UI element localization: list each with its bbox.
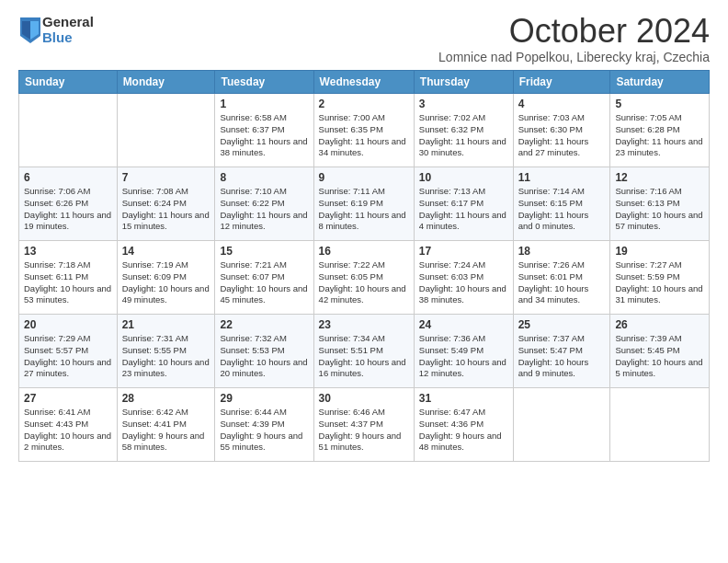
day-number: 24 [419, 318, 508, 331]
calendar-cell-w2-d6: 11Sunrise: 7:14 AM Sunset: 6:15 PM Dayli… [513, 167, 610, 241]
calendar-cell-w1-d4: 2Sunrise: 7:00 AM Sunset: 6:35 PM Daylig… [313, 94, 414, 167]
day-number: 19 [615, 245, 704, 258]
day-number: 17 [419, 245, 508, 258]
col-monday: Monday [117, 71, 215, 94]
day-detail: Sunrise: 7:26 AM Sunset: 6:01 PM Dayligh… [518, 259, 606, 306]
calendar-cell-w1-d2 [117, 94, 215, 167]
day-number: 25 [518, 318, 606, 331]
month-title: October 2024 [438, 15, 710, 48]
day-number: 28 [122, 392, 210, 405]
col-saturday: Saturday [610, 71, 710, 94]
week-row-5: 27Sunrise: 6:41 AM Sunset: 4:43 PM Dayli… [19, 388, 710, 462]
day-number: 20 [24, 318, 112, 331]
location: Lomnice nad Popelkou, Liberecky kraj, Cz… [438, 50, 710, 64]
calendar-cell-w5-d4: 30Sunrise: 6:46 AM Sunset: 4:37 PM Dayli… [313, 388, 414, 462]
week-row-2: 6Sunrise: 7:06 AM Sunset: 6:26 PM Daylig… [19, 167, 710, 241]
logo-text: General Blue [42, 15, 94, 45]
calendar-cell-w3-d2: 14Sunrise: 7:19 AM Sunset: 6:09 PM Dayli… [117, 241, 215, 315]
day-number: 29 [220, 392, 308, 405]
header: General Blue October 2024 Lomnice nad Po… [18, 15, 710, 64]
day-detail: Sunrise: 7:24 AM Sunset: 6:03 PM Dayligh… [419, 259, 508, 306]
day-number: 13 [24, 245, 112, 258]
calendar-cell-w2-d2: 7Sunrise: 7:08 AM Sunset: 6:24 PM Daylig… [117, 167, 215, 241]
day-number: 15 [220, 245, 308, 258]
title-block: October 2024 Lomnice nad Popelkou, Liber… [438, 15, 710, 64]
page: General Blue October 2024 Lomnice nad Po… [0, 0, 728, 471]
day-detail: Sunrise: 7:16 AM Sunset: 6:13 PM Dayligh… [615, 186, 704, 233]
day-detail: Sunrise: 7:22 AM Sunset: 6:05 PM Dayligh… [319, 259, 409, 306]
calendar-cell-w4-d1: 20Sunrise: 7:29 AM Sunset: 5:57 PM Dayli… [19, 315, 118, 388]
day-number: 22 [220, 318, 308, 331]
calendar-cell-w3-d4: 16Sunrise: 7:22 AM Sunset: 6:05 PM Dayli… [313, 241, 414, 315]
day-number: 10 [419, 171, 508, 184]
day-detail: Sunrise: 7:10 AM Sunset: 6:22 PM Dayligh… [220, 186, 308, 233]
col-friday: Friday [513, 71, 610, 94]
calendar-cell-w3-d3: 15Sunrise: 7:21 AM Sunset: 6:07 PM Dayli… [215, 241, 313, 315]
day-detail: Sunrise: 7:32 AM Sunset: 5:53 PM Dayligh… [220, 333, 308, 380]
calendar-cell-w4-d6: 25Sunrise: 7:37 AM Sunset: 5:47 PM Dayli… [513, 315, 610, 388]
day-number: 11 [518, 171, 606, 184]
logo: General Blue [18, 15, 94, 45]
day-detail: Sunrise: 6:41 AM Sunset: 4:43 PM Dayligh… [24, 407, 112, 454]
logo-icon [20, 17, 40, 43]
calendar-cell-w1-d7: 5Sunrise: 7:05 AM Sunset: 6:28 PM Daylig… [610, 94, 710, 167]
day-number: 5 [615, 98, 704, 110]
calendar-cell-w5-d6 [513, 388, 610, 462]
day-number: 6 [24, 171, 112, 184]
day-number: 27 [24, 392, 112, 405]
calendar-cell-w5-d7 [610, 388, 710, 462]
col-sunday: Sunday [19, 71, 118, 94]
col-tuesday: Tuesday [215, 71, 313, 94]
day-detail: Sunrise: 7:27 AM Sunset: 5:59 PM Dayligh… [615, 259, 704, 306]
day-number: 4 [518, 98, 606, 110]
day-number: 31 [419, 392, 508, 405]
day-detail: Sunrise: 7:31 AM Sunset: 5:55 PM Dayligh… [122, 333, 210, 380]
week-row-1: 1Sunrise: 6:58 AM Sunset: 6:37 PM Daylig… [19, 94, 710, 167]
calendar-cell-w1-d6: 4Sunrise: 7:03 AM Sunset: 6:30 PM Daylig… [513, 94, 610, 167]
calendar-cell-w1-d3: 1Sunrise: 6:58 AM Sunset: 6:37 PM Daylig… [215, 94, 313, 167]
day-detail: Sunrise: 7:06 AM Sunset: 6:26 PM Dayligh… [24, 186, 112, 233]
day-number: 23 [319, 318, 409, 331]
day-detail: Sunrise: 7:39 AM Sunset: 5:45 PM Dayligh… [615, 333, 704, 380]
day-number: 2 [319, 98, 409, 110]
week-row-3: 13Sunrise: 7:18 AM Sunset: 6:11 PM Dayli… [19, 241, 710, 315]
week-row-4: 20Sunrise: 7:29 AM Sunset: 5:57 PM Dayli… [19, 315, 710, 388]
day-number: 14 [122, 245, 210, 258]
day-number: 18 [518, 245, 606, 258]
calendar-cell-w2-d3: 8Sunrise: 7:10 AM Sunset: 6:22 PM Daylig… [215, 167, 313, 241]
day-number: 26 [615, 318, 704, 331]
day-detail: Sunrise: 7:05 AM Sunset: 6:28 PM Dayligh… [615, 112, 704, 159]
day-detail: Sunrise: 7:02 AM Sunset: 6:32 PM Dayligh… [419, 112, 508, 159]
day-number: 3 [419, 98, 508, 110]
day-detail: Sunrise: 7:18 AM Sunset: 6:11 PM Dayligh… [24, 259, 112, 306]
day-detail: Sunrise: 7:29 AM Sunset: 5:57 PM Dayligh… [24, 333, 112, 380]
calendar-cell-w1-d5: 3Sunrise: 7:02 AM Sunset: 6:32 PM Daylig… [414, 94, 513, 167]
calendar-cell-w5-d1: 27Sunrise: 6:41 AM Sunset: 4:43 PM Dayli… [19, 388, 118, 462]
day-detail: Sunrise: 7:08 AM Sunset: 6:24 PM Dayligh… [122, 186, 210, 233]
calendar-cell-w2-d7: 12Sunrise: 7:16 AM Sunset: 6:13 PM Dayli… [610, 167, 710, 241]
col-wednesday: Wednesday [313, 71, 414, 94]
calendar-cell-w2-d4: 9Sunrise: 7:11 AM Sunset: 6:19 PM Daylig… [313, 167, 414, 241]
calendar-cell-w4-d3: 22Sunrise: 7:32 AM Sunset: 5:53 PM Dayli… [215, 315, 313, 388]
calendar-cell-w4-d2: 21Sunrise: 7:31 AM Sunset: 5:55 PM Dayli… [117, 315, 215, 388]
calendar-cell-w2-d1: 6Sunrise: 7:06 AM Sunset: 6:26 PM Daylig… [19, 167, 118, 241]
day-detail: Sunrise: 6:58 AM Sunset: 6:37 PM Dayligh… [220, 112, 308, 159]
logo-general-text: General [42, 15, 94, 30]
day-detail: Sunrise: 7:14 AM Sunset: 6:15 PM Dayligh… [518, 186, 606, 233]
col-thursday: Thursday [414, 71, 513, 94]
calendar-table: Sunday Monday Tuesday Wednesday Thursday… [18, 70, 710, 462]
calendar-header-row: Sunday Monday Tuesday Wednesday Thursday… [19, 71, 710, 94]
day-detail: Sunrise: 7:34 AM Sunset: 5:51 PM Dayligh… [319, 333, 409, 380]
calendar-cell-w4-d7: 26Sunrise: 7:39 AM Sunset: 5:45 PM Dayli… [610, 315, 710, 388]
calendar-cell-w5-d3: 29Sunrise: 6:44 AM Sunset: 4:39 PM Dayli… [215, 388, 313, 462]
day-detail: Sunrise: 7:36 AM Sunset: 5:49 PM Dayligh… [419, 333, 508, 380]
calendar-cell-w3-d5: 17Sunrise: 7:24 AM Sunset: 6:03 PM Dayli… [414, 241, 513, 315]
day-number: 12 [615, 171, 704, 184]
day-detail: Sunrise: 6:46 AM Sunset: 4:37 PM Dayligh… [319, 407, 409, 454]
day-detail: Sunrise: 7:03 AM Sunset: 6:30 PM Dayligh… [518, 112, 606, 159]
calendar-cell-w3-d6: 18Sunrise: 7:26 AM Sunset: 6:01 PM Dayli… [513, 241, 610, 315]
day-number: 30 [319, 392, 409, 405]
day-number: 21 [122, 318, 210, 331]
day-detail: Sunrise: 7:37 AM Sunset: 5:47 PM Dayligh… [518, 333, 606, 380]
day-number: 8 [220, 171, 308, 184]
